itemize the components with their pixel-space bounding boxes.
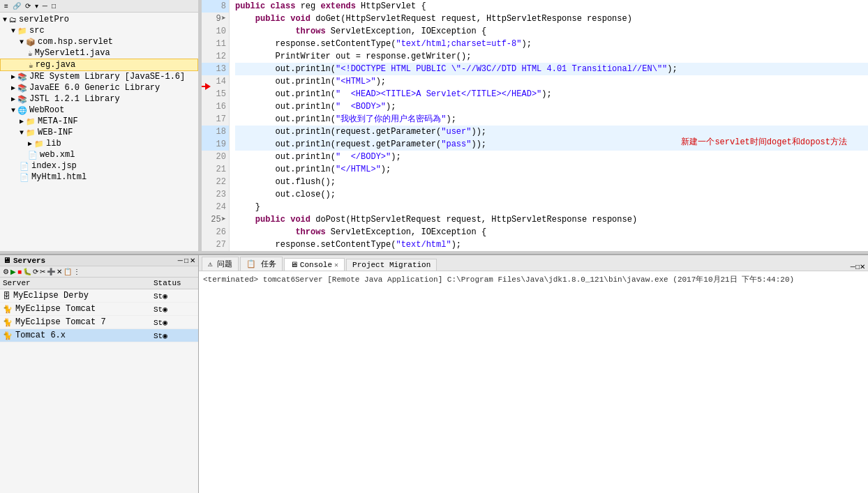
top-area: ≡ 🔗 ⟳ ▾ ─ □ ▼ 🗂 servletPro ▼	[0, 0, 868, 251]
tree-item-myhtml[interactable]: 📄 MyHtml.html	[0, 172, 198, 183]
tree-item-src[interactable]: ▼ 📁 src	[0, 25, 198, 36]
code-area[interactable]: public class reg extends HttpServlet { p…	[230, 0, 868, 251]
server-row-derby[interactable]: 🗄 MyEclipse Derby St◉	[0, 289, 198, 303]
project-icon: 🗂	[9, 15, 17, 24]
code-line-13: out.println("<!DOCTYPE HTML PUBLIC \"-//…	[235, 63, 868, 75]
collapse-all-button[interactable]: ≡	[3, 1, 10, 10]
console-tabs: ⚠ 问题 📋 任务 🖥 Console ✕ Project Migration	[199, 255, 868, 271]
server-debug-btn[interactable]: 🐛	[23, 268, 31, 275]
line-num-8: 8	[202, 0, 229, 13]
servers-panel-title: 🖥 Servers	[3, 256, 45, 265]
console-minimize-btn[interactable]: ─	[851, 263, 855, 271]
server-stop-btn[interactable]: ■	[17, 268, 22, 275]
servers-maximize-btn[interactable]: □	[184, 257, 188, 264]
lib-icon-1: 📚	[17, 73, 27, 82]
tree-item-regjava[interactable]: ☕ reg.java	[0, 59, 198, 71]
tab-console-close[interactable]: ✕	[334, 261, 338, 269]
line-num-12: 12	[202, 50, 229, 63]
tree-item-webroot[interactable]: ▼ 🌐 WebRoot	[0, 105, 198, 116]
tab-project-migration[interactable]: Project Migration	[346, 259, 437, 271]
server-disconnect-btn[interactable]: ✂	[40, 268, 45, 275]
tree-item-web-inf[interactable]: ▼ 📁 WEB-INF	[0, 127, 198, 138]
lib-icon-3: 📚	[17, 95, 27, 104]
tree-label-web-inf: WEB-INF	[38, 128, 73, 137]
xml-icon: 📄	[28, 151, 38, 160]
tab-console-label: Console	[300, 261, 332, 269]
tab-console[interactable]: 🖥 Console ✕	[284, 258, 345, 271]
tree-item-meta-inf[interactable]: ▶ 📁 META-INF	[0, 116, 198, 127]
line-num-22: 22	[202, 176, 229, 188]
line-num-20: 20	[202, 151, 229, 163]
console-status-text: <terminated> tomcat6Server [Remote Java …	[203, 274, 864, 285]
minimize-button[interactable]: ─	[41, 1, 49, 10]
server-start-btn[interactable]: ▶	[10, 268, 16, 275]
tree-item-servletpro[interactable]: ▼ 🗂 servletPro	[0, 14, 198, 25]
server-row-tomcat6x[interactable]: 🐈 Tomcat 6.x St◉	[0, 329, 198, 342]
tree-label-jstl: JSTL 1.2.1 Library	[29, 94, 120, 104]
server-row-myeclipse-tomcat[interactable]: 🐈 MyEclipse Tomcat St◉	[0, 303, 198, 316]
server-config-btn[interactable]: 📋	[63, 268, 72, 275]
maximize-button[interactable]: □	[50, 1, 57, 10]
tree-item-lib[interactable]: ▶ 📁 lib	[0, 138, 198, 149]
bottom-panels: 🖥 Servers ─ □ ✕ ⚙ ▶ ■ 🐛 ⟳	[0, 255, 868, 493]
server-tomcat6x-status: St◉	[154, 331, 195, 340]
line-num-11: 11	[202, 38, 229, 50]
tree-item-jre[interactable]: ▶ 📚 JRE System Library [JavaSE-1.6]	[0, 71, 198, 82]
line-num-23: 23	[202, 188, 229, 201]
servers-panel: 🖥 Servers ─ □ ✕ ⚙ ▶ ■ 🐛 ⟳	[0, 255, 199, 493]
java-icon-2: ☕	[29, 61, 33, 70]
console-icon: 🖥	[290, 260, 298, 269]
line-num-27: 27	[202, 238, 229, 251]
code-line-26: throws ServletException, IOException {	[235, 226, 868, 238]
tree-item-jstl[interactable]: ▶ 📚 JSTL 1.2.1 Library	[0, 93, 198, 105]
tree-label-javaee: JavaEE 6.0 Generic Library	[29, 83, 160, 93]
tree-label-package: com.hsp.servlet	[38, 37, 113, 47]
jsp-icon: 📄	[20, 162, 29, 171]
code-line-9: public void doGet(HttpServletRequest req…	[235, 13, 868, 25]
server-myeclipse-tomcat-status: St◉	[154, 305, 195, 314]
line-numbers: 8 9➤ 10 11 12 13 14 15 16 17 18 19 20 21…	[202, 0, 230, 251]
tree-label-jre: JRE System Library [JavaSE-1.6]	[29, 72, 185, 82]
servers-close-btn[interactable]: ✕	[190, 257, 195, 264]
server-row-myeclipse-tomcat7[interactable]: 🐈 MyEclipse Tomcat 7 St◉	[0, 316, 198, 329]
server-restart-btn[interactable]: ⟳	[33, 268, 38, 275]
line-num-13: 13	[202, 63, 229, 75]
bottom-area: 🖥 Servers ─ □ ✕ ⚙ ▶ ■ 🐛 ⟳	[0, 254, 868, 493]
tree-label-lib: lib	[46, 139, 61, 149]
server-derby-status: St◉	[154, 291, 195, 301]
tree-item-javaee[interactable]: ▶ 📚 JavaEE 6.0 Generic Library	[0, 82, 198, 93]
editor-panel: 新建一个servlet时间doget和dopost方法 8 9➤ 10 11 1…	[202, 0, 868, 251]
project-tree[interactable]: ▼ 🗂 servletPro ▼ 📁 src ▼ 📦 com.hsp.servl…	[0, 13, 198, 251]
server-myeclipse-tomcat-name: MyEclipse Tomcat	[15, 304, 154, 314]
tree-item-myservlet1[interactable]: ☕ MyServlet1.java	[0, 47, 198, 59]
menu-button[interactable]: ▾	[33, 1, 40, 10]
tree-item-indexjsp[interactable]: 📄 index.jsp	[0, 160, 198, 172]
tree-item-package[interactable]: ▼ 📦 com.hsp.servlet	[0, 36, 198, 47]
tree-item-webxml[interactable]: 📄 web.xml	[0, 149, 198, 160]
main-container: ≡ 🔗 ⟳ ▾ ─ □ ▼ 🗂 servletPro ▼	[0, 0, 868, 493]
sync-button[interactable]: ⟳	[24, 1, 32, 10]
link-editor-button[interactable]: 🔗	[11, 1, 22, 10]
tab-tasks[interactable]: 📋 任务	[240, 257, 283, 271]
code-line-21: out.println("</HTML>");	[235, 163, 868, 176]
console-close-btn[interactable]: ✕	[860, 263, 865, 271]
server-remove-btn[interactable]: ✕	[57, 268, 62, 275]
server-add-btn[interactable]: ➕	[47, 268, 55, 275]
editor-content: 8 9➤ 10 11 12 13 14 15 16 17 18 19 20 21…	[202, 0, 868, 251]
line-num-26: 26	[202, 226, 229, 238]
tree-label-src: src	[29, 26, 45, 36]
server-tomcat-icon-2: 🐈	[3, 318, 13, 327]
line-num-18: 18	[202, 126, 229, 138]
server-tomcat6x-name: Tomcat 6.x	[15, 331, 154, 340]
servers-minimize-btn[interactable]: ─	[178, 257, 183, 264]
folder-icon-1: 📁	[26, 117, 36, 126]
html-icon: 📄	[20, 173, 29, 182]
line-num-25: 25➤	[202, 213, 229, 226]
line-num-16: 16	[202, 100, 229, 113]
annotation-text: 新建一个servlet时间doget和dopost方法	[681, 136, 847, 148]
tab-issues[interactable]: ⚠ 问题	[202, 257, 239, 271]
folder-icon-2: 📁	[26, 128, 36, 137]
server-more-btn[interactable]: ⋮	[73, 268, 80, 275]
code-line-15: out.println(" <HEAD><TITLE>A Servlet</TI…	[235, 88, 868, 100]
server-new-btn[interactable]: ⚙	[3, 268, 9, 275]
